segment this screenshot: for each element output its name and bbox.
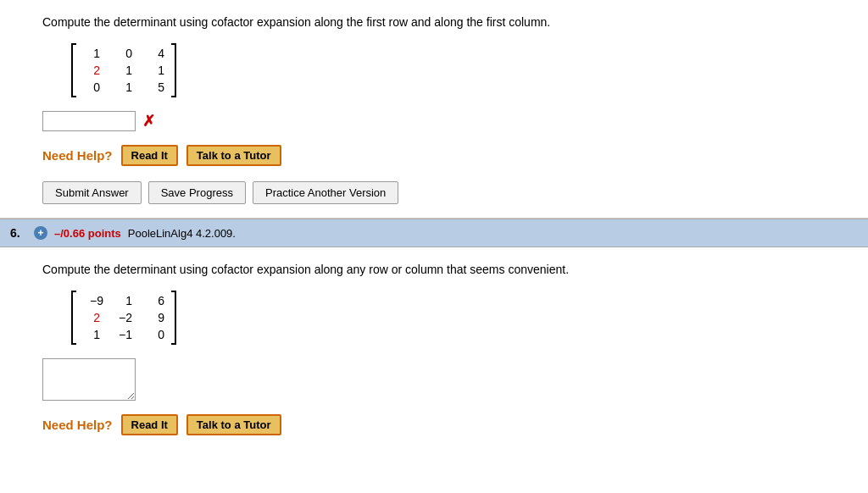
matrix-cell: 2 — [83, 64, 100, 77]
problem6-number: 6. — [10, 226, 27, 240]
matrix-cell: 1 — [83, 328, 100, 341]
matrix-cell: −1 — [115, 328, 132, 341]
problem6-header: 6. + –/0.66 points PooleLinAlg4 4.2.009. — [0, 219, 868, 247]
read-it-button[interactable]: Read It — [121, 145, 178, 166]
incorrect-mark: ✗ — [142, 112, 155, 130]
need-help-label-2: Need Help? — [42, 418, 113, 432]
talk-tutor-button[interactable]: Talk to a Tutor — [186, 145, 281, 166]
talk-tutor-button-2[interactable]: Talk to a Tutor — [186, 414, 281, 435]
matrix-cell: 0 — [147, 328, 164, 341]
problem6-instruction: Compute the determinant using cofactor e… — [42, 261, 843, 279]
need-help-label: Need Help? — [42, 148, 113, 163]
matrix-cell: −2 — [115, 311, 132, 324]
problem5-help-row: Need Help? Read It Talk to a Tutor — [42, 145, 843, 166]
read-it-button-2[interactable]: Read It — [121, 414, 178, 435]
matrix-bracket: 1 0 4 2 1 1 0 1 5 — [76, 43, 171, 97]
matrix-cell: 0 — [115, 47, 132, 60]
problem6-matrix: −9 1 6 2 −2 9 1 −1 0 — [76, 291, 171, 345]
problem6-answer-input[interactable] — [42, 358, 136, 401]
submit-answer-button[interactable]: Submit Answer — [42, 181, 142, 204]
problem5-answer-input[interactable] — [42, 111, 136, 131]
matrix-cell: 1 — [115, 64, 132, 77]
matrix-bracket-2: −9 1 6 2 −2 9 1 −1 0 — [76, 291, 171, 345]
matrix-cell: 1 — [83, 47, 100, 60]
save-progress-button[interactable]: Save Progress — [148, 181, 246, 204]
matrix-cell: 9 — [147, 311, 164, 324]
problem5-input-row: ✗ — [42, 111, 843, 131]
matrix-cell: 6 — [147, 294, 164, 307]
matrix-cell: 1 — [147, 64, 164, 77]
problem5-matrix: 1 0 4 2 1 1 0 1 5 — [76, 43, 171, 97]
expand-icon[interactable]: + — [34, 226, 47, 240]
matrix-cell: 1 — [115, 80, 132, 94]
matrix-cell: 2 — [83, 311, 100, 324]
practice-another-button[interactable]: Practice Another Version — [253, 181, 398, 204]
problem5-instruction: Compute the determinant using cofactor e… — [42, 14, 843, 31]
matrix-cell: 5 — [147, 80, 164, 94]
matrix-cell: −9 — [83, 294, 103, 307]
problem5-action-buttons: Submit Answer Save Progress Practice Ano… — [42, 181, 843, 204]
matrix-grid: 1 0 4 2 1 1 0 1 5 — [76, 43, 171, 97]
matrix-cell: 1 — [115, 294, 132, 307]
problem5-section: Compute the determinant using cofactor e… — [0, 0, 868, 219]
matrix-cell: 0 — [83, 80, 100, 94]
problem6-section: Compute the determinant using cofactor e… — [0, 247, 868, 464]
points-text: –/0.66 points — [54, 227, 121, 240]
matrix-grid-2: −9 1 6 2 −2 9 1 −1 0 — [76, 291, 171, 345]
problem-ref: PooleLinAlg4 4.2.009. — [128, 227, 236, 240]
page-container: Compute the determinant using cofactor e… — [0, 0, 868, 464]
matrix-cell: 4 — [147, 47, 164, 60]
problem6-help-row: Need Help? Read It Talk to a Tutor — [42, 414, 843, 435]
